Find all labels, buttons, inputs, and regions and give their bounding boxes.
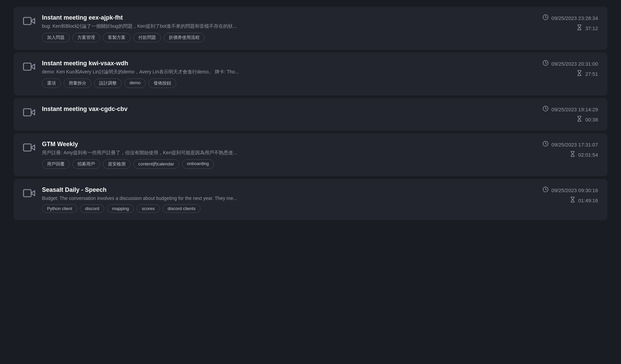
- meeting-content: Instant meeting kwi-vsax-wdh demo: Ken K…: [42, 60, 524, 88]
- svg-rect-2: [24, 63, 31, 70]
- meeting-content: GTM Weekly 用戶註冊: Amy提到有一些用戶註冊了，但沒有開始使用，K…: [42, 141, 524, 169]
- tag: 設計調整: [94, 78, 122, 88]
- meeting-duration: 01:49:16: [570, 197, 598, 204]
- svg-rect-4: [24, 109, 31, 116]
- meeting-summary: Budget: The conversation involves a disc…: [42, 196, 346, 201]
- tag: mapping: [107, 204, 134, 213]
- meeting-meta: 09/25/2023 09:30:16 01:49:16: [530, 186, 598, 204]
- camera-icon: [23, 106, 35, 118]
- meeting-duration: 27:51: [576, 70, 598, 77]
- hourglass-icon: [576, 116, 582, 123]
- meeting-title: Seasalt Daily - Speech: [42, 186, 524, 194]
- tag: 發佈按鈕: [148, 78, 176, 88]
- duration-value: 02:01:54: [578, 152, 598, 158]
- svg-rect-0: [24, 18, 31, 25]
- tag: 方案管理: [72, 33, 100, 42]
- meeting-item-1[interactable]: Instant meeting eex-ajpk-fht bug: Ken和Bl…: [14, 7, 607, 50]
- tag: 招募用戶: [72, 159, 100, 169]
- tag: 資安檢測: [103, 159, 131, 169]
- meeting-meta: 09/25/2023 17:31:07 02:01:54: [530, 141, 598, 158]
- tag: discord: [80, 204, 104, 213]
- meeting-left: GTM Weekly 用戶註冊: Amy提到有一些用戶註冊了，但沒有開始使用，K…: [23, 141, 524, 169]
- meeting-summary: demo: Ken Kuo和Avery Lin討論明天的demo，Avery L…: [42, 69, 346, 75]
- tag: Python client: [42, 204, 77, 213]
- duration-value: 27:51: [585, 71, 598, 77]
- meeting-datetime: 09/25/2023 09:30:16: [543, 186, 598, 194]
- datetime-value: 09/25/2023 23:28:34: [551, 15, 598, 21]
- duration-value: 00:38: [585, 117, 598, 122]
- camera-icon: [23, 15, 35, 27]
- meeting-title: Instant meeting vax-cgdc-cbv: [42, 106, 524, 113]
- tag: demo: [124, 78, 146, 88]
- meeting-left: Instant meeting vax-cgdc-cbv: [23, 106, 524, 118]
- tag-list: 選項用量拆分設計調整demo發佈按鈕: [42, 78, 524, 88]
- tag: 用戶回覆: [42, 159, 70, 169]
- meeting-item-3[interactable]: Instant meeting vax-cgdc-cbv 09/25/2023 …: [14, 98, 607, 131]
- hourglass-icon: [576, 24, 582, 32]
- camera-icon: [23, 61, 35, 73]
- clock-icon: [543, 14, 549, 22]
- meeting-meta: 09/25/2023 20:31:00 27:51: [530, 60, 598, 77]
- datetime-value: 09/25/2023 09:30:16: [551, 187, 598, 193]
- tag-list: Python clientdiscordmappingscoresdiscord…: [42, 204, 524, 213]
- svg-rect-6: [24, 144, 31, 151]
- meeting-meta: 09/25/2023 23:28:34 37:12: [530, 14, 598, 32]
- duration-value: 37:12: [585, 25, 598, 31]
- meeting-meta: 09/25/2023 19:14:29 00:38: [530, 106, 598, 123]
- meeting-content: Instant meeting eex-ajpk-fht bug: Ken和Bl…: [42, 14, 524, 42]
- meeting-left: Seasalt Daily - Speech Budget: The conve…: [23, 186, 524, 213]
- tag: scores: [137, 204, 160, 213]
- tag: discord clients: [163, 204, 201, 213]
- tag: 付款問題: [133, 33, 161, 42]
- tag: 用量拆分: [64, 78, 91, 88]
- meeting-content: Instant meeting vax-cgdc-cbv: [42, 106, 524, 115]
- meeting-summary: bug: Ken和Block討論了一個關於bug的問題，Ken提到了bot進不來…: [42, 23, 346, 29]
- meeting-duration: 37:12: [576, 24, 598, 32]
- meeting-content: Seasalt Daily - Speech Budget: The conve…: [42, 186, 524, 213]
- tag: 加入問題: [42, 33, 70, 42]
- meeting-item-5[interactable]: Seasalt Daily - Speech Budget: The conve…: [14, 179, 607, 220]
- datetime-value: 09/25/2023 17:31:07: [551, 142, 598, 147]
- clock-icon: [543, 186, 549, 194]
- meeting-duration: 02:01:54: [570, 151, 598, 158]
- meeting-left: Instant meeting kwi-vsax-wdh demo: Ken K…: [23, 60, 524, 88]
- tag: content的calendar: [133, 159, 179, 169]
- duration-value: 01:49:16: [578, 198, 598, 203]
- camera-icon: [23, 187, 35, 199]
- meeting-datetime: 09/25/2023 23:28:34: [543, 14, 598, 22]
- meeting-list: Instant meeting eex-ajpk-fht bug: Ken和Bl…: [14, 7, 607, 220]
- meeting-datetime: 09/25/2023 20:31:00: [543, 60, 598, 67]
- hourglass-icon: [576, 70, 582, 77]
- meeting-left: Instant meeting eex-ajpk-fht bug: Ken和Bl…: [23, 14, 524, 42]
- tag: 選項: [42, 78, 61, 88]
- svg-rect-8: [24, 190, 31, 197]
- hourglass-icon: [570, 151, 576, 158]
- meeting-item-4[interactable]: GTM Weekly 用戶註冊: Amy提到有一些用戶註冊了，但沒有開始使用，K…: [14, 133, 607, 176]
- meeting-title: GTM Weekly: [42, 141, 524, 148]
- meeting-item-2[interactable]: Instant meeting kwi-vsax-wdh demo: Ken K…: [14, 52, 607, 95]
- tag-list: 用戶回覆招募用戶資安檢測content的calendaronboarding: [42, 159, 524, 169]
- clock-icon: [543, 141, 549, 148]
- clock-icon: [543, 60, 549, 67]
- hourglass-icon: [570, 197, 576, 204]
- clock-icon: [543, 106, 549, 113]
- meeting-duration: 00:38: [576, 116, 598, 123]
- meeting-title: Instant meeting kwi-vsax-wdh: [42, 60, 524, 67]
- datetime-value: 09/25/2023 20:31:00: [551, 61, 598, 67]
- tag: onboarding: [182, 159, 214, 169]
- tag: 客製方案: [103, 33, 131, 42]
- meeting-title: Instant meeting eex-ajpk-fht: [42, 14, 524, 21]
- datetime-value: 09/25/2023 19:14:29: [551, 107, 598, 112]
- tag: 折價券使用流程: [164, 33, 205, 42]
- meeting-datetime: 09/25/2023 19:14:29: [543, 106, 598, 113]
- meeting-summary: 用戶註冊: Amy提到有一些用戶註冊了，但沒有開始使用，Ken提到可能是因為用戶…: [42, 150, 346, 156]
- tag-list: 加入問題方案管理客製方案付款問題折價券使用流程: [42, 33, 524, 42]
- meeting-datetime: 09/25/2023 17:31:07: [543, 141, 598, 148]
- camera-icon: [23, 141, 35, 154]
